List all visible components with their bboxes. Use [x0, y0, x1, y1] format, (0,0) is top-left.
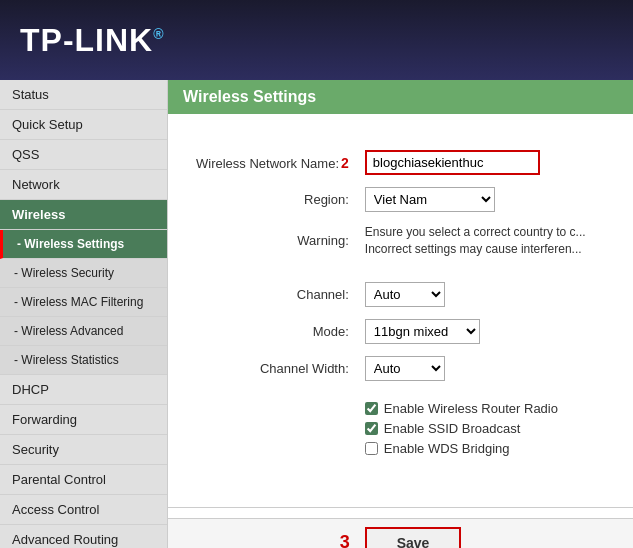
sidebar: Status Quick Setup QSS Network Wireless … [0, 80, 168, 548]
mode-select[interactable]: 11bgn mixed [365, 319, 480, 344]
settings-form: Wireless Network Name:2 Region: Viet Nam [188, 144, 613, 467]
warning-value-cell: Ensure you select a correct country to c… [357, 218, 613, 264]
enable-radio-checkbox[interactable] [365, 402, 378, 415]
ssid-value-cell [357, 144, 613, 181]
channel-label: Channel: [188, 276, 357, 313]
checkboxes-cell: Enable Wireless Router Radio Enable SSID… [357, 387, 613, 467]
step-3-badge: 3 [340, 532, 350, 548]
cb1-label: Enable Wireless Router Radio [384, 401, 558, 416]
sidebar-item-access-control[interactable]: Access Control [0, 495, 167, 525]
sidebar-item-wireless[interactable]: Wireless [0, 200, 167, 230]
region-row: Region: Viet Nam [188, 181, 613, 218]
sidebar-item-parental-control[interactable]: Parental Control [0, 465, 167, 495]
save-area: 3 Save [168, 518, 633, 548]
enable-wds-checkbox[interactable] [365, 442, 378, 455]
warning-text: Ensure you select a correct country to c… [365, 224, 595, 258]
content-inner: Wireless Network Name:2 Region: Viet Nam [168, 129, 633, 497]
sidebar-item-wireless-stats[interactable]: - Wireless Statistics [0, 346, 167, 375]
spacer-row [188, 264, 613, 276]
width-select[interactable]: Auto [365, 356, 445, 381]
region-label: Region: [188, 181, 357, 218]
content-area: Wireless Settings Wireless Network Name:… [168, 80, 633, 548]
channel-value-cell: Auto [357, 276, 613, 313]
logo-reg: ® [153, 26, 164, 42]
ssid-input[interactable] [365, 150, 540, 175]
save-button[interactable]: Save [365, 527, 462, 548]
cb3-label: Enable WDS Bridging [384, 441, 510, 456]
region-select[interactable]: Viet Nam [365, 187, 495, 212]
mode-row: Mode: 11bgn mixed [188, 313, 613, 350]
ssid-label: Wireless Network Name:2 [188, 144, 357, 181]
region-value-cell: Viet Nam [357, 181, 613, 218]
channel-row: Channel: Auto [188, 276, 613, 313]
cb3-row: Enable WDS Bridging [365, 441, 605, 456]
sidebar-item-dhcp[interactable]: DHCP [0, 375, 167, 405]
enable-ssid-checkbox[interactable] [365, 422, 378, 435]
cb2-label: Enable SSID Broadcast [384, 421, 521, 436]
width-label: Channel Width: [188, 350, 357, 387]
mode-label: Mode: [188, 313, 357, 350]
header: TP-LINK® [0, 0, 633, 80]
sidebar-item-quick-setup[interactable]: Quick Setup [0, 110, 167, 140]
step-2-badge: 2 [341, 155, 349, 171]
logo: TP-LINK® [20, 22, 165, 59]
checkboxes-row: Enable Wireless Router Radio Enable SSID… [188, 387, 613, 467]
sidebar-item-advanced-routing[interactable]: Advanced Routing [0, 525, 167, 548]
sidebar-item-status[interactable]: Status [0, 80, 167, 110]
page-title: Wireless Settings [183, 88, 618, 106]
sidebar-item-forwarding[interactable]: Forwarding [0, 405, 167, 435]
main-layout: Status Quick Setup QSS Network Wireless … [0, 80, 633, 548]
channel-select[interactable]: Auto [365, 282, 445, 307]
sidebar-item-wireless-security[interactable]: - Wireless Security [0, 259, 167, 288]
ssid-row: Wireless Network Name:2 [188, 144, 613, 181]
width-row: Channel Width: Auto [188, 350, 613, 387]
divider [168, 507, 633, 508]
warning-row: Warning: Ensure you select a correct cou… [188, 218, 613, 264]
cb2-row: Enable SSID Broadcast [365, 421, 605, 436]
sidebar-item-wireless-settings[interactable]: - Wireless Settings [0, 230, 167, 259]
mode-value-cell: 11bgn mixed [357, 313, 613, 350]
cb1-row: Enable Wireless Router Radio [365, 401, 605, 416]
sidebar-item-wireless-advanced[interactable]: - Wireless Advanced [0, 317, 167, 346]
sidebar-item-qss[interactable]: QSS [0, 140, 167, 170]
page-title-bar: Wireless Settings [168, 80, 633, 114]
warning-label: Warning: [188, 218, 357, 264]
width-value-cell: Auto [357, 350, 613, 387]
sidebar-item-network[interactable]: Network [0, 170, 167, 200]
sidebar-item-security[interactable]: Security [0, 435, 167, 465]
sidebar-item-wireless-mac[interactable]: - Wireless MAC Filtering [0, 288, 167, 317]
